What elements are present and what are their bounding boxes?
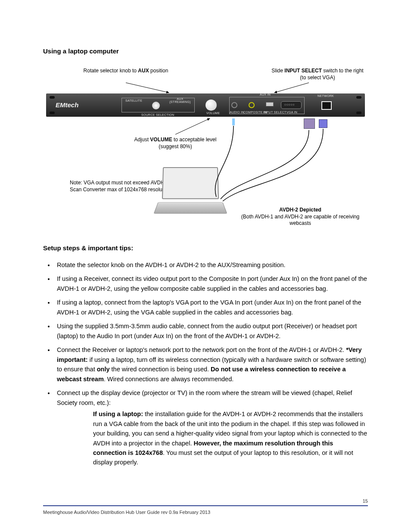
svg-line-1 (274, 83, 309, 93)
page-number: 15 (363, 498, 368, 504)
vga-port-icon (281, 101, 302, 109)
list-item: If using a laptop, connect from the lapt… (54, 298, 368, 317)
audio-connector-icon (232, 118, 235, 125)
network-port-icon (321, 101, 332, 110)
callout-input-select: Slide INPUT SELECT switch to the right (… (270, 68, 365, 81)
callout-aux: Rotate selector knob to AUX position (83, 68, 169, 75)
svg-line-0 (126, 83, 169, 93)
list-item: Connect up the display device (projector… (54, 388, 368, 467)
sub-step: If using a laptop: the installation guid… (93, 409, 368, 467)
callout-depicted: AVDH-2 Depicted (Both AVDH-1 and AVDH-2 … (231, 207, 369, 227)
svg-line-2 (175, 118, 210, 134)
callout-volume: Adjust VOLUME to acceptable level (sugge… (132, 137, 218, 150)
input-select-switch-icon (266, 102, 274, 106)
page-footer: 15 Meetinghouse Audio/Video Distribution… (43, 505, 368, 515)
steps-heading: Setup steps & important tips: (43, 244, 368, 252)
list-item: Connect the Receiver or laptop's network… (54, 345, 368, 384)
steps-list: Rotate the selector knob on the AVDH-1 o… (54, 260, 368, 467)
list-item: If using a Receiver, connect its video o… (54, 274, 368, 293)
connection-diagram: Rotate selector knob to AUX position Sli… (46, 68, 365, 227)
list-item: Using the supplied 3.5mm-3.5mm audio cab… (54, 321, 368, 341)
audio-in-jack-icon (231, 102, 237, 108)
vga-connector-icon (304, 118, 315, 129)
footer-text: Meetinghouse Audio/Video Distribution Hu… (43, 510, 210, 515)
volume-knob-icon (206, 100, 217, 111)
avdh-device-panel: EMtech SATELLITE AUX (STREAMING) SOURCE … (46, 93, 365, 117)
section-title: Using a laptop computer (43, 47, 368, 55)
laptop-icon (156, 167, 225, 218)
composite-jack-icon (249, 102, 255, 108)
list-item: Rotate the selector knob on the AVDH-1 o… (54, 260, 368, 270)
ethernet-connector-icon (319, 119, 327, 128)
brand-logo: EMtech (56, 101, 78, 109)
